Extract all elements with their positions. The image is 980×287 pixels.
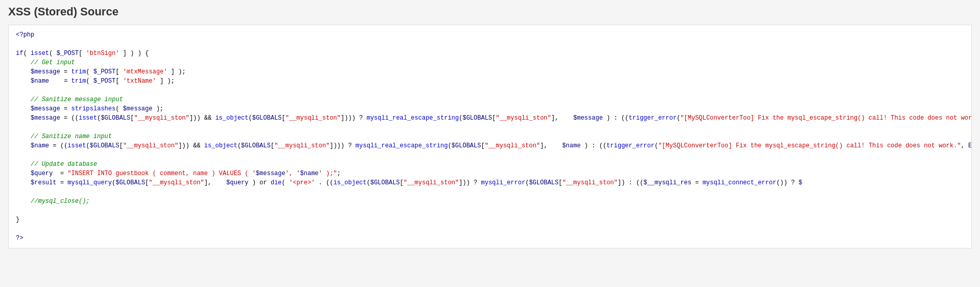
source-code: <?php if( isset( $_POST[ 'btnSign' ] ) )… — [16, 30, 964, 243]
page-title: XSS (Stored) Source — [8, 5, 972, 18]
page-container: XSS (Stored) Source <?php if( isset( $_P… — [0, 0, 980, 254]
code-block: <?php if( isset( $_POST[ 'btnSign' ] ) )… — [8, 25, 972, 248]
